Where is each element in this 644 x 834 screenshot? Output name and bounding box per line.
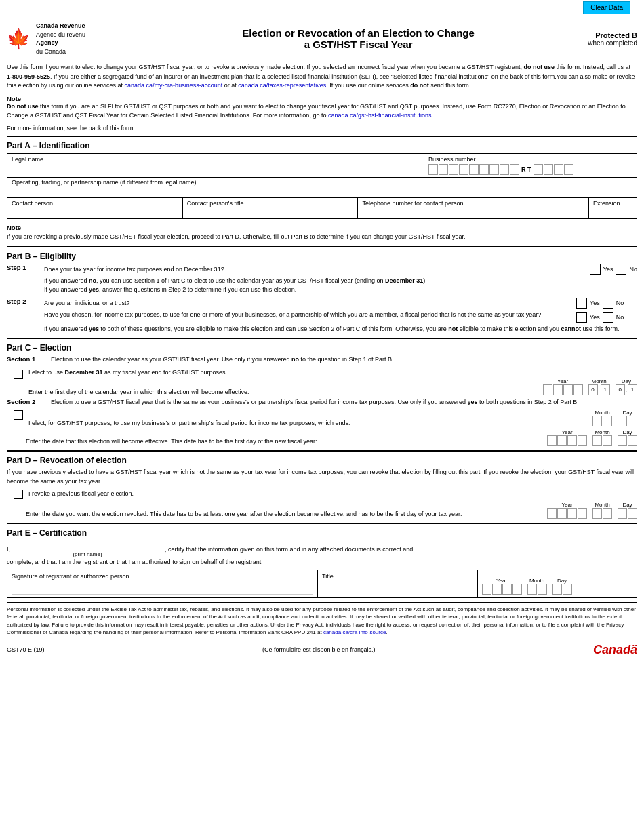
cert-section: I, (print name) , certify that the infor… [7,542,637,565]
sig-day-box1[interactable] [552,584,562,595]
s2-month-box4[interactable] [603,435,612,446]
step2-q2-yes-box[interactable] [576,312,587,323]
s1-year-box1[interactable] [543,384,552,395]
s1-month-box2[interactable]: 1 [601,384,610,395]
section1-desc: Election to use the calendar year as you… [51,355,637,365]
bn-box-6[interactable] [479,164,489,175]
bn-box-4[interactable] [459,164,468,175]
form-number: GST70 E (19) [7,646,45,653]
part-c-header: Part C – Election [7,343,637,353]
legal-name-label: Legal name [7,154,424,177]
section2-day-field: Day [618,410,637,426]
part-d-revoke-text: I revoke a previous fiscal year election… [28,490,134,497]
sig-year-box4[interactable] [512,584,522,595]
operating-name-row: Operating, trading, or partnership name … [7,177,637,198]
bn-box-7[interactable] [489,164,499,175]
pd-day-box1[interactable] [618,508,627,519]
sig-month-field: Month [527,578,547,595]
bn-box-5[interactable] [469,164,479,175]
step2-q2-no-box[interactable] [603,312,613,323]
s2-year-box4[interactable] [578,435,587,446]
step1-yes-label: Yes [603,266,613,273]
pd-day-box2[interactable] [628,508,637,519]
section1-checkbox[interactable] [14,370,23,379]
sig-input[interactable] [12,582,313,595]
s2-day-box2[interactable] [628,416,637,426]
cra-business-link[interactable]: canada.ca/my-cra-business-account [125,82,223,89]
footer-bottom: GST70 E (19) (Ce formulaire est disponib… [7,640,637,660]
pd-year-box4[interactable] [578,508,587,519]
bn-box-rt1[interactable] [534,164,543,175]
part-d-checkbox[interactable] [14,490,23,499]
bn-box-8[interactable] [500,164,509,175]
step1-question: Does your tax year for income tax purpos… [44,266,586,273]
s2-month-box3[interactable] [592,435,602,446]
section1-elect-row: I elect to use December 31 as my fiscal … [14,369,637,395]
title-input[interactable] [322,580,473,592]
s1-year-box4[interactable] [573,384,583,395]
cra-info-source-link[interactable]: canada.ca/cra-info-source [323,629,386,635]
s1-year-box2[interactable] [553,384,563,395]
pd-year-box3[interactable] [567,508,577,519]
s1-year-box3[interactable] [563,384,573,395]
bn-box-rt4[interactable] [564,164,573,175]
sig-month-box2[interactable] [538,584,547,595]
step1-yes-box[interactable] [590,264,601,275]
note-box-top: Note Do not use this form if you are an … [7,95,637,121]
s2-month-box1[interactable] [592,416,602,426]
sig-day-field: Day [552,578,572,595]
pd-year-box2[interactable] [557,508,567,519]
s2-year-box1[interactable] [547,435,557,446]
pd-month-box1[interactable] [592,508,602,519]
sig-row: Signature of registrant or authorized pe… [7,570,637,598]
sig-cell: Signature of registrant or authorized pe… [7,570,318,597]
step2-q2: Have you chosen, for income tax purposes… [44,311,572,320]
step2-q2-no: No [616,314,624,321]
maple-leaf-icon: 🍁 [7,28,31,50]
part-d-year-field: Year [547,502,587,519]
step1-no-box[interactable] [616,264,626,275]
sig-year-box2[interactable] [492,584,502,595]
step1-no-label: No [629,266,637,273]
step2-q2-yes: Yes [590,314,600,321]
canada-logo: Canadä [593,643,637,657]
bn-box-rt2[interactable] [544,164,553,175]
bn-box-1[interactable] [428,164,438,175]
s1-day-comma: , [626,386,627,393]
sig-year-box3[interactable] [502,584,512,595]
sig-month-box1[interactable] [527,584,537,595]
clear-data-button[interactable]: Clear Data [583,1,630,14]
step2-q1-no: No [616,300,624,306]
pd-month-box2[interactable] [603,508,612,519]
s1-day-box1[interactable]: 0 [616,384,625,395]
logo-area: 🍁 Canada Revenue Agence du revenu Agency… [7,22,115,56]
s1-day-box2[interactable]: 1 [628,384,637,395]
s2-year-box3[interactable] [567,435,577,446]
sig-day-box2[interactable] [563,584,572,595]
step1-label: Step 1 [7,264,44,271]
footer-privacy: Personal information is collected under … [7,602,637,636]
cert-line2: complete, and that I am the registrant o… [7,559,637,565]
section2-checkbox[interactable] [14,410,23,420]
s2-day-box3[interactable] [618,435,627,446]
sig-year-box1[interactable] [482,584,491,595]
print-name-label: (print name) [73,551,102,557]
part-d-text: If you have previously elected to have a… [7,468,637,486]
bn-box-9[interactable] [510,164,519,175]
s2-year-box2[interactable] [557,435,567,446]
step2-q1-yes-box[interactable] [576,298,587,309]
bn-box-3[interactable] [449,164,458,175]
section1-enter-text: Enter the first day of the calendar year… [28,389,249,395]
bn-box-rt3[interactable] [554,164,563,175]
s1-month-box1[interactable]: 0 [588,384,598,395]
step2-q1-no-box[interactable] [603,298,613,309]
gst-hst-link[interactable]: canada.ca/gst-hst-financial-institutions [328,112,432,119]
pd-year-box1[interactable] [547,508,557,519]
s2-day-box1[interactable] [618,416,627,426]
taxes-rep-link[interactable]: canada.ca/taxes-representatives [238,82,326,89]
print-name-input[interactable] [13,542,162,551]
section2-elect1-row: I elect, for GST/HST purposes, to use my… [14,410,637,426]
s2-month-box2[interactable] [603,416,612,426]
s2-day-box4[interactable] [628,435,637,446]
bn-box-2[interactable] [439,164,448,175]
